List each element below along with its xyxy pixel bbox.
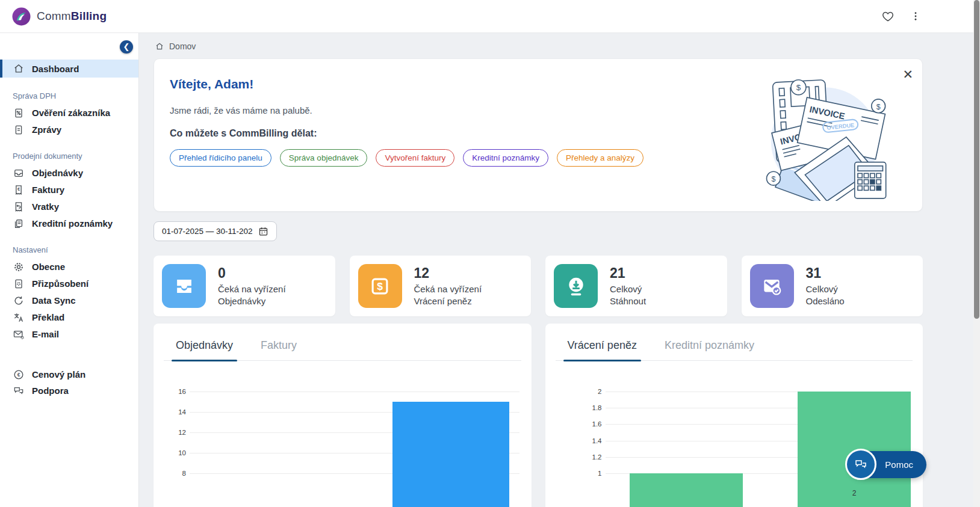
- sidebar-item-label: E-mail: [32, 329, 59, 339]
- stat-value: 12: [414, 265, 482, 281]
- sidebar-item-label: Faktury: [32, 185, 64, 195]
- vertical-scrollbar: [973, 0, 980, 507]
- sidebar-footer: € Cenový plán Podpora: [0, 366, 138, 399]
- sidebar-item-label: Kreditní poznámky: [32, 218, 113, 229]
- sidebar-item-prizpusobeni[interactable]: Přizpůsobení: [0, 275, 138, 292]
- help-button[interactable]: Pomoc: [849, 451, 926, 478]
- orders-chart-card: Objednávky Faktury 161412108: [154, 324, 532, 507]
- tab-vraceni-penez[interactable]: Vrácení peněz: [568, 339, 637, 360]
- sidebar-item-overeni-zakaznika[interactable]: Ověření zákazníka: [0, 105, 138, 121]
- stat-card-refunds-pending: $ 12 Čeká na vyřízeníVrácení peněz: [350, 256, 532, 316]
- sidebar-collapse-button[interactable]: ❮: [120, 40, 133, 54]
- scrollbar-thumb[interactable]: [974, 0, 979, 319]
- orders-bar-chart: 161412108: [190, 392, 519, 507]
- chip-credit-notes[interactable]: Kreditní poznámky: [463, 149, 548, 167]
- stat-label: CelkovýOdesláno: [806, 283, 845, 307]
- y-axis-tick-label: 1: [575, 470, 602, 477]
- chip-order-management[interactable]: Správa objednávek: [280, 149, 368, 167]
- y-axis-tick-label: 16: [160, 388, 186, 395]
- return-receipt-icon: [13, 201, 25, 213]
- sidebar-item-cenovy-plan[interactable]: € Cenový plán: [0, 366, 138, 383]
- sidebar-item-label: Překlad: [32, 312, 64, 322]
- document-percent-icon: [13, 107, 25, 119]
- sidebar-item-vratky[interactable]: Vratky: [0, 198, 138, 215]
- favorites-heart-icon[interactable]: [881, 10, 895, 23]
- help-chat-icon: [845, 449, 876, 480]
- svg-text:$: $: [796, 83, 801, 92]
- section-label: Nastavení: [0, 245, 138, 254]
- tab-kreditni-poznamky[interactable]: Kreditní poznámky: [665, 339, 754, 360]
- sidebar-section-prodejni-dokumenty: Prodejní dokumenty Objednávky € Faktury: [0, 152, 138, 232]
- breadcrumb-label: Domov: [169, 41, 196, 51]
- translate-icon: [13, 312, 25, 324]
- y-axis-tick-label: 1.2: [575, 453, 602, 461]
- download-icon: [554, 264, 598, 308]
- sidebar-item-label: Obecne: [32, 262, 65, 272]
- chart-bar: [392, 402, 509, 507]
- kebab-menu-icon[interactable]: [910, 11, 921, 22]
- chip-invoice-creation[interactable]: Vytvoření faktury: [376, 149, 454, 167]
- y-axis-tick-label: 10: [160, 449, 186, 456]
- stat-label: Čeká na vyřízeníObjednávky: [218, 283, 286, 307]
- stat-value: 31: [806, 265, 845, 281]
- calendar-icon: [258, 226, 268, 236]
- chart-bar: [630, 473, 743, 507]
- sidebar-item-label: Ověření zákazníka: [32, 108, 110, 118]
- mail-sent-icon: [750, 264, 794, 308]
- svg-text:$: $: [377, 280, 383, 292]
- sidebar-item-label: Vratky: [32, 201, 59, 212]
- sidebar-item-data-sync[interactable]: Data Sync: [0, 292, 138, 309]
- bar-value-label: 2: [852, 489, 857, 497]
- chip-dashboard-overview[interactable]: Přehled řídicího panelu: [170, 149, 271, 167]
- orders-inbox-icon: [162, 264, 206, 308]
- tab-objednavky[interactable]: Objednávky: [176, 339, 233, 360]
- brand-logo: CommBilling: [12, 7, 107, 26]
- close-icon[interactable]: ✕: [900, 66, 916, 83]
- stats-row: 0 Čeká na vyřízeníObjednávky $ 12 Čeká n…: [154, 256, 923, 316]
- support-chat-icon: [13, 385, 25, 397]
- refund-dollar-icon: $: [358, 264, 402, 308]
- sidebar-item-podpora[interactable]: Podpora: [0, 383, 138, 399]
- email-gear-icon: [13, 328, 25, 340]
- chip-reports-analytics[interactable]: Přehledy a analýzy: [557, 149, 644, 167]
- home-breadcrumb-icon: [155, 41, 164, 51]
- chart-gridline: 16: [190, 392, 519, 392]
- document-gear-icon: [13, 278, 25, 290]
- date-range-picker[interactable]: 01-07-2025 — 30-11-202: [154, 221, 277, 241]
- section-label: Prodejní dokumenty: [0, 152, 138, 161]
- sidebar-section-nastaveni: Nastavení Obecne Přizpůsobení Data Sync: [0, 245, 138, 342]
- sidebar-item-faktury[interactable]: € Faktury: [0, 182, 138, 198]
- sidebar-section-sprava-dph: Správa DPH Ověření zákazníka Zprávy: [0, 91, 138, 138]
- sidebar-item-objednavky[interactable]: Objednávky: [0, 165, 138, 181]
- stat-label: Čeká na vyřízeníVrácení peněz: [414, 283, 482, 307]
- sidebar-item-dashboard[interactable]: Dashboard: [0, 60, 138, 78]
- sidebar: ❮ Dashboard Správa DPH Ověření zákazníka…: [0, 33, 139, 507]
- y-axis-tick-label: 14: [160, 408, 186, 416]
- sidebar-item-obecne[interactable]: Obecne: [0, 259, 138, 275]
- brand-name: CommBilling: [37, 10, 107, 23]
- section-label: Správa DPH: [0, 91, 138, 100]
- sidebar-item-label: Data Sync: [32, 295, 76, 306]
- sidebar-item-label: Objednávky: [32, 168, 83, 178]
- sidebar-item-zpravy[interactable]: Zprávy: [0, 121, 138, 138]
- charts-row: Objednávky Faktury 161412108 Vrácení pen…: [154, 324, 923, 507]
- tab-faktury[interactable]: Faktury: [261, 339, 297, 360]
- orders-tray-icon: [13, 167, 25, 179]
- sidebar-item-label: Podpora: [32, 386, 69, 396]
- sidebar-item-kreditni-poznamky[interactable]: Kreditní poznámky: [0, 215, 138, 232]
- y-axis-tick-label: 12: [160, 429, 186, 436]
- stat-value: 0: [218, 265, 286, 281]
- svg-text:€: €: [17, 186, 20, 192]
- invoice-euro-icon: €: [13, 184, 25, 196]
- breadcrumb[interactable]: Domov: [154, 33, 923, 58]
- invoice-illustration: INVOICE INVOICE OVERDUE: [762, 67, 887, 201]
- stat-value: 21: [610, 265, 646, 281]
- sidebar-item-preklad[interactable]: Překlad: [0, 309, 138, 325]
- sync-icon: [13, 295, 25, 307]
- sidebar-item-label: Dashboard: [32, 64, 79, 74]
- help-button-label: Pomoc: [885, 459, 913, 470]
- sidebar-item-email[interactable]: E-mail: [0, 326, 138, 342]
- orders-chart-tabs: Objednávky Faktury: [164, 339, 521, 361]
- y-axis-tick-label: 1.8: [575, 404, 602, 411]
- y-axis-tick-label: 1.6: [575, 420, 602, 428]
